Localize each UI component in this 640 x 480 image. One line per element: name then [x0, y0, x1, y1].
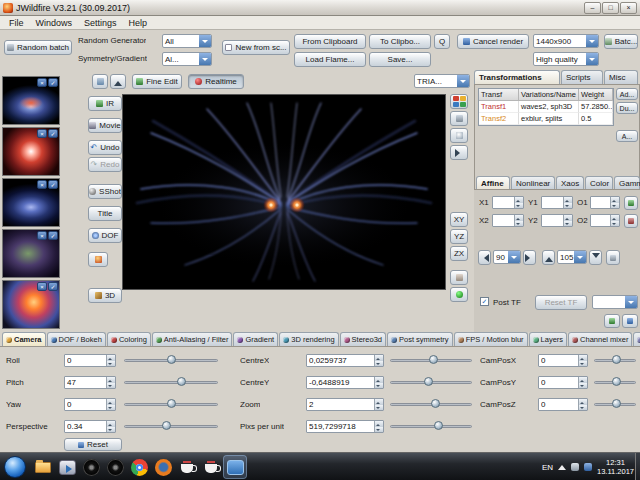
taskbar-chrome-icon[interactable] — [128, 456, 150, 478]
taskbar-java-icon[interactable] — [176, 456, 198, 478]
tab-gradient[interactable]: Gradient — [233, 332, 278, 346]
axis-xy-button[interactable]: XY — [450, 212, 468, 227]
pitch-slider[interactable] — [124, 376, 218, 388]
chevron-down-icon[interactable] — [199, 35, 211, 47]
taskbar-jwildfire-icon[interactable] — [224, 456, 246, 478]
scale-amount-combo[interactable]: 105 — [557, 250, 587, 264]
slider-thumb[interactable] — [424, 377, 433, 386]
camposz-input[interactable] — [538, 398, 588, 411]
flame-params-button[interactable] — [88, 252, 108, 267]
random-generator-combo[interactable]: All — [162, 34, 212, 48]
yaw-slider[interactable] — [124, 398, 218, 410]
menu-file[interactable]: File — [4, 18, 29, 28]
save-flame-button[interactable]: Save... — [369, 52, 431, 67]
layer-view-button[interactable] — [450, 111, 468, 126]
pixs-per-unit-input[interactable] — [306, 420, 384, 433]
realtime-toggle[interactable]: Realtime — [188, 74, 244, 89]
spinner-arrows[interactable] — [578, 355, 587, 366]
camposx-input[interactable] — [538, 354, 588, 367]
tab-layers[interactable]: Layers — [529, 332, 568, 346]
yaw-input[interactable] — [64, 398, 116, 411]
chevron-down-icon[interactable] — [457, 75, 469, 87]
o2-input[interactable] — [590, 214, 620, 227]
spinner-arrows[interactable] — [106, 355, 115, 366]
tab-transformations[interactable]: Transformations — [474, 70, 560, 84]
duplicate-transform-button[interactable]: Du... — [616, 102, 638, 114]
chevron-down-icon[interactable] — [574, 251, 586, 263]
transf-row-variations[interactable]: exblur, splits — [519, 113, 579, 125]
close-icon[interactable]: × — [37, 78, 47, 87]
flame-thumbnail[interactable]: × ✓ — [2, 280, 60, 329]
camposx-slider[interactable] — [594, 354, 636, 366]
to-clipboard-button[interactable]: To Clipbo... — [369, 34, 431, 49]
toggle-triangles-button[interactable] — [110, 74, 126, 89]
tab-xaos[interactable]: Xaos — [556, 176, 584, 189]
spinner-arrows[interactable] — [106, 377, 115, 388]
flame-thumbnail[interactable]: × ✓ — [2, 76, 60, 125]
spinner-arrows[interactable] — [514, 197, 523, 208]
spinner-arrows[interactable] — [578, 399, 587, 410]
taskbar-firefox-icon[interactable] — [152, 456, 174, 478]
tab-post-symmetry[interactable]: Post symmetry — [387, 332, 453, 346]
spinner-arrows[interactable] — [106, 399, 115, 410]
spinner-arrows[interactable] — [374, 421, 383, 432]
y2-input[interactable] — [541, 214, 573, 227]
spinner-arrows[interactable] — [578, 377, 587, 388]
movie-button[interactable]: Movie — [88, 118, 122, 133]
chevron-down-icon[interactable] — [586, 35, 598, 47]
select-icon[interactable]: ✓ — [48, 282, 58, 291]
transf-row-variations[interactable]: waves2, sph3D — [519, 101, 579, 113]
select-icon[interactable]: ✓ — [48, 180, 58, 189]
perspective-slider[interactable] — [124, 420, 218, 432]
axis-yz-button[interactable]: YZ — [450, 229, 468, 244]
gradient-palette-button[interactable] — [450, 94, 468, 109]
spinner-arrows[interactable] — [374, 377, 383, 388]
zoom-input[interactable] — [306, 398, 384, 411]
flame-thumbnail[interactable]: × ✓ — [2, 178, 60, 227]
snapshot-button[interactable]: SShot — [88, 184, 122, 199]
toggle-grid-button[interactable] — [92, 74, 108, 89]
chevron-down-icon[interactable] — [508, 251, 520, 263]
menu-help[interactable]: Help — [124, 18, 153, 28]
centrex-slider[interactable] — [390, 354, 472, 366]
axis-zx-button[interactable]: ZX — [450, 246, 468, 261]
y1-input[interactable] — [541, 196, 573, 209]
tab-nonlinear[interactable]: Nonlinear — [511, 176, 555, 189]
new-from-scratch-button[interactable]: New from sc... — [222, 40, 290, 55]
rotate-right-button[interactable] — [523, 250, 536, 265]
transf-row-weight[interactable]: 0.5 — [579, 113, 613, 125]
spinner-arrows[interactable] — [106, 421, 115, 432]
slider-thumb[interactable] — [162, 421, 171, 430]
symmetry-gradient-combo[interactable]: Al... — [162, 52, 212, 66]
view-options-button[interactable] — [450, 270, 468, 285]
select-icon[interactable]: ✓ — [48, 129, 58, 138]
spinner-arrows[interactable] — [374, 355, 383, 366]
chevron-down-icon[interactable] — [199, 53, 211, 65]
show-desktop-button[interactable] — [635, 453, 640, 480]
slider-thumb[interactable] — [177, 377, 186, 386]
taskbar-disc-icon[interactable] — [80, 456, 102, 478]
spinner-arrows[interactable] — [610, 215, 619, 226]
language-indicator[interactable]: EN — [542, 463, 553, 472]
rotate-angle-combo[interactable]: 90 — [493, 250, 521, 264]
reset-tf-button[interactable]: Reset TF — [535, 295, 587, 310]
taskbar-folder-icon[interactable] — [32, 456, 54, 478]
tab-color[interactable]: Color — [585, 176, 613, 189]
tab-channel-mixer[interactable]: Channel mixer — [568, 332, 632, 346]
zoom-in-button[interactable] — [450, 128, 468, 143]
transf-row-name[interactable]: Transf1 — [479, 101, 519, 113]
close-icon[interactable]: × — [37, 282, 47, 291]
close-icon[interactable]: × — [37, 231, 47, 240]
slider-thumb[interactable] — [612, 399, 621, 408]
taskbar-media-player-icon[interactable] — [56, 456, 78, 478]
transf-row-weight[interactable]: 57.2850... — [579, 101, 613, 113]
roll-input[interactable] — [64, 354, 116, 367]
close-button[interactable]: × — [620, 2, 637, 14]
tab-affine[interactable]: Affine — [476, 176, 510, 189]
start-button[interactable] — [4, 456, 26, 478]
edit-post-button[interactable] — [604, 314, 620, 328]
3d-button[interactable]: 3D — [88, 288, 122, 303]
tab-3d-rendering[interactable]: 3D rendering — [279, 332, 338, 346]
apply-post-button[interactable] — [622, 314, 638, 328]
tab-gamma[interactable]: Gamma — [614, 176, 640, 189]
